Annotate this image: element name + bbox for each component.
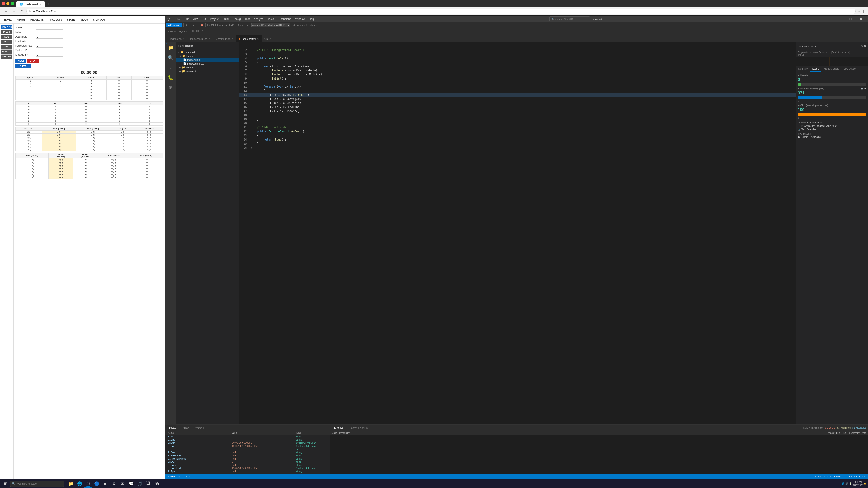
autos-tab[interactable]: Autos	[180, 426, 191, 430]
list-item[interactable]: ExD0int	[165, 448, 330, 451]
list-item[interactable]: ExSGet0float	[165, 460, 330, 463]
tab-close-icon[interactable]: ✕	[39, 3, 41, 5]
tab-diagnostics-close[interactable]: ✕	[183, 37, 185, 40]
status-encoding[interactable]: UTF-8	[845, 475, 853, 478]
diagnostics-close-btn[interactable]: ✕	[864, 44, 866, 48]
activity-search-icon[interactable]: 🔍	[166, 53, 175, 62]
sidebar-btn-moovpad[interactable]: MOOVPAD	[1, 25, 12, 29]
next-button[interactable]: NEXT	[16, 59, 26, 63]
memory-icon-btn[interactable]: 📷 ▼	[861, 88, 866, 90]
taskbar-app-spotify[interactable]: 🎵	[135, 480, 144, 488]
taskbar-app-store[interactable]: 🛍	[153, 480, 161, 488]
toolbar-restart-btn[interactable]: ↺	[195, 23, 199, 27]
nav-projects-1[interactable]: PROJECTS	[28, 18, 46, 22]
speed-input[interactable]	[36, 26, 63, 30]
tab-diagnostics[interactable]: Diagnostics ✕	[166, 35, 187, 42]
sidebar-btn-pape[interactable]: PAPE	[1, 35, 12, 39]
systolic-bp-input[interactable]	[36, 48, 63, 52]
activity-debug-icon[interactable]: 🐛	[166, 73, 175, 82]
browser-minimize-btn[interactable]	[6, 2, 9, 5]
nav-signout[interactable]: SIGN OUT	[91, 18, 107, 22]
toolbar-stepout-btn[interactable]: ↑	[192, 23, 195, 27]
respiratory-rate-input[interactable]	[36, 43, 63, 48]
diag-tab-memory[interactable]: Memory Usage	[822, 66, 841, 72]
tab-indexcshtml[interactable]: Index.cshtml ✕	[236, 35, 261, 42]
tree-item-solution[interactable]: ▼ 📂 moovpad	[176, 50, 239, 54]
vscode-minimize-btn[interactable]: ─	[835, 15, 845, 22]
menu-view[interactable]: View	[191, 17, 200, 21]
vscode-close-btn[interactable]: ✕	[856, 15, 866, 22]
tab-chromium[interactable]: Chromium.cs ✕	[213, 35, 237, 42]
taskbar-app-vscode[interactable]: ⬡	[84, 480, 92, 488]
list-item[interactable]: ExFilePathNamenullstring	[165, 457, 330, 460]
tab-js[interactable]: *.js ✕	[261, 35, 274, 42]
diastolic-bp-input[interactable]	[36, 53, 63, 57]
search-error-tab[interactable]: Search Error List	[347, 426, 371, 430]
toolbar-continue-btn[interactable]: ▶ Continue	[166, 23, 182, 27]
list-item[interactable]: ExSpecnullstring	[165, 463, 330, 466]
list-item[interactable]: ExEnd19/07/2022 4:33:56 PMSystem.DateTim…	[165, 445, 330, 448]
error-list-tab[interactable]: Error List	[332, 425, 346, 430]
nav-projects-2[interactable]: PROJECTS	[46, 18, 64, 22]
toolbar-stop-btn[interactable]: ⏹	[200, 23, 204, 27]
watch1-tab[interactable]: Watch 1	[193, 426, 207, 430]
action-rate-input[interactable]	[36, 35, 63, 39]
diag-tab-cpu[interactable]: CPU Usage	[841, 66, 858, 72]
browser-forward-btn[interactable]: →	[11, 9, 17, 14]
locals-tab[interactable]: Locals	[167, 425, 179, 430]
taskbar-app-chrome[interactable]: 🔵	[93, 480, 101, 488]
menu-extensions[interactable]: Extensions	[276, 17, 293, 21]
taskbar-app-explorer[interactable]: 📁	[67, 480, 75, 488]
list-item[interactable]: ExSpecEnd19/07/2022 4:33:56 PMSystem.Dat…	[165, 466, 330, 470]
tree-item-wwwroot[interactable]: ▶ 📁 wwwroot	[176, 69, 239, 73]
nav-store[interactable]: STORE	[65, 18, 78, 22]
nav-home[interactable]: HOME	[2, 18, 14, 22]
save-button[interactable]: SAVE	[16, 64, 31, 68]
status-spaces[interactable]: Spaces: 4	[832, 475, 844, 478]
tree-item-indexcs[interactable]: 📄 Index.cshtml.cs	[176, 62, 239, 66]
browser-maximize-btn[interactable]	[11, 2, 14, 5]
vscode-search-box[interactable]: 🔍 Search (Ctrl+Q)	[549, 17, 590, 22]
taskbar-app-photos[interactable]: 🖼	[144, 480, 152, 488]
browser-bookmark-btn[interactable]: ☆	[857, 9, 860, 13]
menu-git[interactable]: Git	[201, 17, 208, 21]
record-cpu-item[interactable]: ⏺ Record CPU Profile	[798, 135, 866, 139]
sidebar-btn-profile[interactable]: PROFILE	[1, 50, 12, 54]
take-snapshot-item[interactable]: 📷 Take Snapshot	[798, 128, 866, 131]
menu-debug[interactable]: Debug	[231, 17, 242, 21]
app-insights-item[interactable]: ☑ Application Insights Events (8 of 8)	[798, 124, 866, 128]
nav-about[interactable]: ABOUT	[14, 18, 28, 22]
menu-tools[interactable]: Tools	[266, 17, 276, 21]
activity-extensions-icon[interactable]: ⊞	[166, 83, 175, 92]
diagnostics-settings-btn[interactable]: ⚙	[861, 44, 863, 48]
tab-indexcshtmlcs-close[interactable]: ✕	[209, 37, 211, 40]
list-item[interactable]: ExCatstring	[165, 438, 330, 441]
toolbar-stepover-btn[interactable]: ⤵	[185, 23, 188, 27]
stop-button[interactable]: STOP	[27, 59, 39, 63]
systray-notification-icon[interactable]: 🔔	[864, 482, 866, 485]
sidebar-btn-feed[interactable]: FEED	[1, 39, 12, 44]
taskbar-app-mail[interactable]: ✉	[119, 480, 127, 488]
browser-close-btn[interactable]	[2, 2, 5, 5]
tree-item-index[interactable]: 📄 Index.cshtml	[176, 58, 239, 62]
list-item[interactable]: ExDur00:00:00.0000501System.TimeSpan	[165, 441, 330, 445]
tab-js-close[interactable]: ✕	[269, 37, 271, 40]
menu-help[interactable]: Help	[307, 17, 316, 21]
heart-rate-input[interactable]	[36, 39, 63, 43]
sidebar-btn-mlog[interactable]: M-LOG	[1, 30, 12, 34]
tree-item-models[interactable]: ▶ 📁 Models	[176, 66, 239, 69]
taskbar-app-edge[interactable]: 🌐	[75, 480, 84, 488]
show-events-item[interactable]: ☑ Show Events (8 of 8)	[798, 121, 866, 124]
taskbar-app-teams[interactable]: 💬	[127, 480, 135, 488]
menu-file[interactable]: File	[174, 17, 182, 21]
menu-build[interactable]: Build	[221, 17, 230, 21]
status-branch[interactable]: ⑂ main	[167, 475, 176, 478]
incline-input[interactable]	[36, 30, 63, 34]
status-line[interactable]: Ln 2446	[813, 475, 823, 478]
status-warnings[interactable]: ⚠ 3	[185, 475, 191, 478]
toolbar-stack-frame-select[interactable]: moovpad.Pages.Index.NetHTTPS	[251, 23, 290, 27]
vscode-maximize-btn[interactable]: □	[845, 15, 856, 22]
menu-window[interactable]: Window	[293, 17, 307, 21]
status-lineending[interactable]: CRLF	[853, 475, 861, 478]
editor-code-area[interactable]: 1 2 // [DTML Integration].Start();3 4 pu…	[239, 42, 796, 424]
